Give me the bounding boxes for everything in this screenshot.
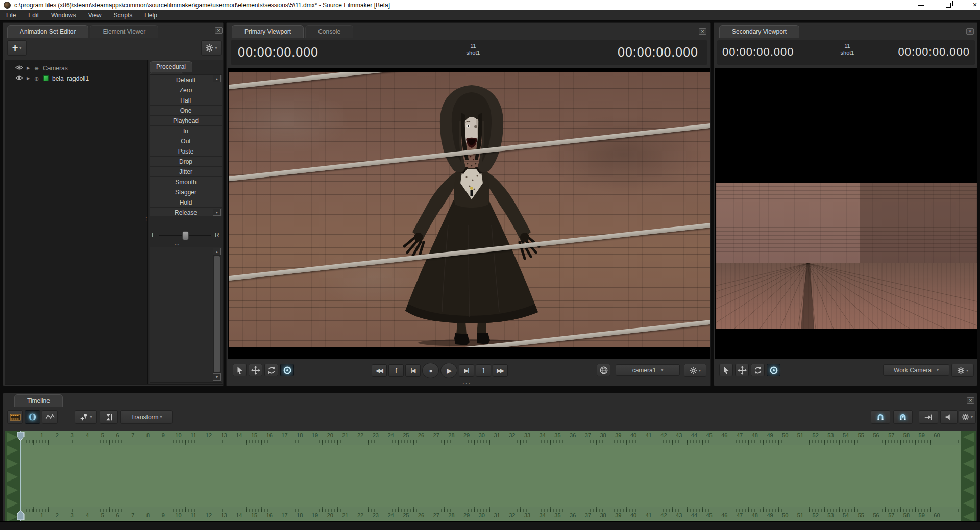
splitter-handle[interactable]: ··· bbox=[462, 380, 471, 386]
preset-item[interactable]: Smooth bbox=[150, 177, 222, 187]
playback-toggle-icon[interactable]: ▶ bbox=[27, 66, 30, 70]
timeline-settings-button[interactable]: ▾ bbox=[959, 410, 976, 424]
clip-editor-mode-button[interactable] bbox=[7, 410, 23, 424]
scroll-down-icon[interactable]: ▼ bbox=[213, 373, 221, 381]
panel-close-icon[interactable]: × bbox=[966, 28, 974, 35]
tab-secondary-viewport[interactable]: Secondary Viewport bbox=[719, 25, 799, 38]
orbit-tool-button[interactable] bbox=[767, 364, 780, 376]
tab-primary-viewport[interactable]: Primary Viewport bbox=[232, 25, 304, 38]
app-icon bbox=[4, 2, 11, 9]
timeline-clip-lane[interactable] bbox=[20, 445, 961, 507]
timeline-ruler-top[interactable]: 1234567891011121314151617181920212223242… bbox=[20, 432, 961, 440]
blend-slider-handle[interactable] bbox=[182, 231, 189, 240]
go-to-start-button[interactable]: ◀◀ bbox=[372, 364, 387, 377]
timeline-track-area[interactable]: 1234567891011121314151617181920212223242… bbox=[5, 431, 976, 521]
add-animation-set-button[interactable]: + ▾ bbox=[7, 40, 27, 56]
next-frame-button[interactable]: ▶| bbox=[459, 364, 474, 377]
preset-item[interactable]: Paste bbox=[150, 146, 222, 157]
viewport-settings-button[interactable]: ▾ bbox=[684, 364, 706, 377]
preset-item[interactable]: One bbox=[150, 106, 222, 116]
preset-item[interactable]: In bbox=[150, 126, 222, 136]
playhead-line[interactable] bbox=[20, 431, 21, 521]
menu-item[interactable]: Help bbox=[138, 10, 163, 20]
blend-slider-track[interactable] bbox=[159, 235, 211, 236]
menu-item[interactable]: File bbox=[0, 10, 22, 20]
select-tool-button[interactable] bbox=[233, 364, 247, 376]
viewport-settings-button[interactable]: ▾ bbox=[951, 364, 974, 377]
tab-timeline[interactable]: Timeline bbox=[14, 394, 63, 407]
play-button[interactable]: ▶ bbox=[440, 363, 457, 378]
set-out-point-button[interactable]: ] bbox=[476, 364, 491, 377]
panel-close-icon[interactable]: × bbox=[967, 397, 974, 404]
preset-item[interactable]: Jitter bbox=[150, 167, 222, 177]
graph-editor-mode-button[interactable] bbox=[42, 410, 58, 424]
move-tool-button[interactable] bbox=[735, 364, 749, 376]
go-to-end-button[interactable]: ▶▶ bbox=[493, 364, 508, 377]
menu-item[interactable]: Scripts bbox=[108, 10, 139, 20]
visibility-eye-icon[interactable] bbox=[15, 65, 23, 70]
timeline-ruler-bottom[interactable]: 1234567891011121314151617181920212223242… bbox=[20, 512, 961, 520]
tab-element-viewer[interactable]: Element Viewer bbox=[90, 25, 158, 38]
camera-selector-dropdown[interactable]: Work Camera ▾ bbox=[883, 364, 949, 376]
scroll-down-icon[interactable]: ▼ bbox=[213, 209, 221, 216]
preset-item[interactable]: Zero bbox=[150, 85, 222, 95]
move-tool-button[interactable] bbox=[249, 364, 262, 376]
rotate-tool-button[interactable] bbox=[751, 364, 765, 376]
restore-button[interactable] bbox=[937, 1, 960, 9]
go-to-playhead-button[interactable] bbox=[919, 410, 938, 424]
preset-item[interactable]: Half bbox=[150, 95, 222, 106]
expand-icon[interactable]: ⊕ bbox=[34, 75, 39, 82]
tree-row-cameras[interactable]: ▶ ⊕ Cameras bbox=[5, 63, 147, 73]
preset-item[interactable]: Drop bbox=[150, 157, 222, 167]
record-button[interactable]: ● bbox=[422, 363, 439, 378]
motion-editor-mode-button[interactable] bbox=[24, 410, 40, 424]
ase-settings-button[interactable]: ▾ bbox=[201, 40, 222, 56]
menu-item[interactable]: View bbox=[82, 10, 108, 20]
playhead-bottom-marker[interactable] bbox=[17, 510, 24, 520]
visibility-eye-icon[interactable] bbox=[15, 75, 23, 81]
scrollbar[interactable]: ▲ ▼ bbox=[213, 248, 221, 382]
camera-selector-dropdown[interactable]: camera1 ▾ bbox=[616, 364, 680, 376]
set-in-point-button[interactable]: [ bbox=[388, 364, 404, 377]
splitter-handle[interactable]: ⋮ bbox=[144, 218, 146, 220]
previous-frame-button[interactable]: |◀ bbox=[405, 364, 421, 377]
tab-console[interactable]: Console bbox=[305, 25, 353, 38]
primary-viewport-canvas[interactable] bbox=[228, 68, 710, 359]
secondary-viewport-canvas[interactable] bbox=[715, 68, 977, 359]
playback-toggle-icon[interactable]: ▶ bbox=[27, 76, 30, 81]
menu-item[interactable]: Edit bbox=[22, 10, 45, 20]
rotate-tool-button[interactable] bbox=[264, 364, 278, 376]
menu-item[interactable]: Windows bbox=[45, 10, 82, 20]
tree-label-ragdoll[interactable]: bela_ragdoll1 bbox=[52, 75, 89, 82]
preset-item[interactable]: Release bbox=[150, 208, 222, 216]
select-tool-button[interactable] bbox=[719, 364, 733, 376]
scrollbar-thumb[interactable] bbox=[214, 256, 220, 372]
preset-item[interactable]: Default bbox=[150, 75, 222, 85]
scroll-up-icon[interactable]: ▲ bbox=[213, 248, 221, 255]
orbit-tool-button[interactable] bbox=[280, 364, 294, 376]
add-keyframe-button[interactable]: ▾ bbox=[75, 410, 97, 424]
preset-item[interactable]: Stagger bbox=[150, 187, 222, 197]
transform-mode-dropdown[interactable]: Transform ▾ bbox=[120, 410, 173, 424]
tab-animation-set-editor[interactable]: Animation Set Editor bbox=[7, 25, 88, 38]
ruler-number: 34 bbox=[538, 432, 547, 440]
tree-label-cameras[interactable]: Cameras bbox=[43, 65, 68, 72]
scroll-up-icon[interactable]: ▲ bbox=[213, 75, 221, 82]
expand-icon[interactable]: ⊕ bbox=[34, 65, 39, 72]
tree-row-ragdoll[interactable]: ▶ ⊕ bela_ragdoll1 bbox=[5, 73, 147, 84]
tab-procedural[interactable]: Procedural bbox=[150, 61, 192, 72]
snap-frames-toggle-button[interactable] bbox=[893, 410, 913, 424]
panel-close-icon[interactable]: × bbox=[215, 27, 223, 34]
animation-set-tree[interactable]: ▶ ⊕ Cameras ▶ ⊕ bela_ragdoll1 bbox=[5, 60, 148, 384]
time-selection-button[interactable] bbox=[100, 410, 118, 424]
preset-item[interactable]: Playhead bbox=[150, 116, 222, 126]
preset-item[interactable]: Out bbox=[150, 136, 222, 146]
minimize-button[interactable] bbox=[910, 1, 932, 9]
panel-close-icon[interactable]: × bbox=[699, 28, 706, 35]
world-view-button[interactable] bbox=[597, 364, 610, 376]
snap-toggle-button[interactable] bbox=[871, 410, 890, 424]
playhead-top-marker[interactable] bbox=[17, 432, 24, 441]
close-button[interactable]: × bbox=[964, 1, 980, 9]
preset-item[interactable]: Hold bbox=[150, 197, 222, 208]
mute-audio-button[interactable] bbox=[940, 410, 958, 424]
